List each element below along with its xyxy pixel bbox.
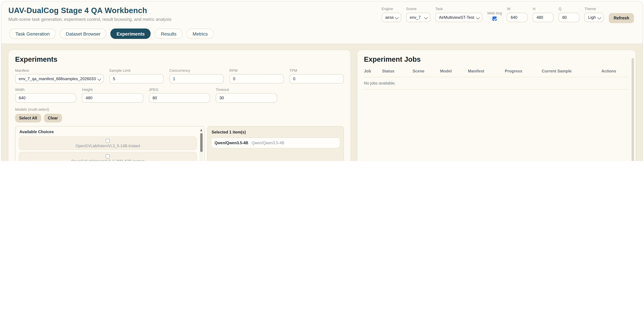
jobs-empty-text: No jobs available.: [364, 77, 629, 90]
select-all-button[interactable]: Select All: [15, 114, 41, 122]
model-option-label: OpenGVLab/InternVL3_5-14B-Instant: [76, 144, 140, 148]
quality-label: Q: [559, 7, 580, 11]
model-buttons: Select All Clear: [15, 114, 344, 122]
scrollbar[interactable]: [632, 58, 634, 161]
rpm-input[interactable]: [230, 74, 284, 84]
refresh-button[interactable]: Refresh: [609, 13, 634, 23]
width-input[interactable]: [507, 13, 528, 22]
upload-width-input[interactable]: [15, 93, 76, 103]
concurrency-input[interactable]: [169, 74, 224, 84]
scene-control: Scene env_7: [406, 7, 430, 22]
selected-models-panel: Selected 1 item(s) Qwen/Qwen3.5-4B Qwen/…: [207, 126, 344, 161]
upload-height-input[interactable]: [82, 93, 143, 103]
quality-input[interactable]: [559, 13, 580, 22]
engine-control: Engine airsim: [382, 7, 401, 22]
jpeg-input[interactable]: [149, 93, 210, 103]
task-control: Task AirMultiviewST-Test-Single: [435, 7, 482, 22]
concurrency-label: Concurrency: [169, 68, 224, 72]
manifest-field: Manifest env_7_qa_manifest_688samples_20…: [15, 68, 104, 84]
jobs-table: Job Status Scene Model Manifest Progress…: [364, 69, 629, 90]
width-control: W: [507, 7, 528, 22]
tab-experiments[interactable]: Experiments: [110, 28, 151, 39]
theme-value: Light: [588, 15, 596, 20]
experiment-form-row-1: Manifest env_7_qa_manifest_688samples_20…: [15, 68, 344, 84]
model-option[interactable]: OpenGVLab/InternVL3_5-30B-A3B-Instant: [19, 152, 197, 161]
engine-select[interactable]: airsim: [382, 13, 401, 22]
theme-label: Theme: [584, 7, 604, 11]
tpm-label: TPM: [290, 68, 344, 72]
content-area: Experiments Manifest env_7_qa_manifest_6…: [1, 44, 643, 161]
nav-tabs: Task Generation Dataset Browser Experime…: [1, 23, 643, 44]
page-subtitle: Multi-scene task generation, experiment …: [8, 17, 172, 22]
col-status: Status: [382, 69, 412, 77]
header-titles: UAV-DualCog Stage 4 QA Workbench Multi-s…: [8, 6, 172, 22]
upload-width-field: Width: [15, 88, 76, 103]
tab-results[interactable]: Results: [155, 28, 182, 39]
model-option-label: OpenGVLab/InternVL3_5-30B-A3B-Instant: [71, 159, 144, 161]
theme-control: Theme Light: [584, 7, 604, 22]
scene-value: env_7: [410, 15, 420, 20]
rpm-label: RPM: [230, 68, 284, 72]
upload-width-label: Width: [15, 88, 76, 92]
tpm-input[interactable]: [290, 74, 344, 84]
tab-task-generation[interactable]: Task Generation: [10, 28, 56, 39]
width-label: W: [507, 7, 528, 11]
task-select[interactable]: AirMultiviewST-Test-Single: [435, 13, 482, 22]
height-label: H: [533, 7, 554, 11]
upload-height-label: Height: [82, 88, 143, 92]
col-job: Job: [364, 69, 382, 77]
chevron-down-icon: [97, 77, 101, 81]
quality-control: Q: [559, 7, 580, 22]
timeout-field: Timeout: [216, 88, 277, 103]
jobs-empty-row: No jobs available.: [364, 77, 629, 90]
scroll-up-icon[interactable]: [200, 129, 202, 131]
col-progress: Progress: [505, 69, 542, 77]
sample-limit-input[interactable]: [109, 74, 164, 84]
model-option[interactable]: OpenGVLab/InternVL3_5-14B-Instant: [19, 136, 197, 150]
col-manifest: Manifest: [468, 69, 505, 77]
sample-limit-field: Sample Limit: [109, 68, 164, 84]
available-choices-panel: Available Choices OpenGVLab/InternVL3_5-…: [15, 126, 204, 161]
scene-label: Scene: [406, 7, 430, 11]
model-checkbox[interactable]: [106, 139, 110, 143]
selected-model-desc: Qwen/Qwen3.5-4B: [252, 141, 284, 145]
engine-label: Engine: [382, 7, 401, 11]
task-value: AirMultiviewST-Test-Single: [439, 15, 474, 20]
manifest-select[interactable]: env_7_qa_manifest_688samples_2026033: [15, 74, 104, 84]
selected-model-row[interactable]: Qwen/Qwen3.5-4B Qwen/Qwen3.5-4B: [211, 138, 340, 148]
experiment-jobs-card: Experiment Jobs Job Status Scene Model M…: [357, 50, 636, 161]
jpeg-label: JPEG: [149, 88, 210, 92]
web-img-label: Web Img: [487, 11, 502, 15]
timeout-label: Timeout: [216, 88, 277, 92]
height-control: H: [533, 7, 554, 22]
scrollbar-thumb[interactable]: [200, 133, 202, 152]
rpm-field: RPM: [230, 68, 284, 84]
scene-select[interactable]: env_7: [406, 13, 430, 22]
concurrency-field: Concurrency: [169, 68, 224, 84]
chevron-down-icon: [598, 16, 602, 20]
height-input[interactable]: [533, 13, 554, 22]
theme-select[interactable]: Light: [584, 13, 604, 22]
tab-metrics[interactable]: Metrics: [186, 28, 214, 39]
web-img-checkbox[interactable]: [492, 16, 497, 21]
scrollbar[interactable]: [200, 128, 203, 161]
col-current-sample: Current Sample: [542, 69, 602, 77]
model-checkbox[interactable]: [106, 154, 110, 158]
tab-dataset-browser[interactable]: Dataset Browser: [60, 28, 106, 39]
engine-value: airsim: [385, 15, 393, 20]
clear-button[interactable]: Clear: [44, 114, 62, 122]
col-scene: Scene: [412, 69, 440, 77]
timeout-input[interactable]: [216, 93, 277, 103]
sample-limit-label: Sample Limit: [109, 68, 164, 72]
chevron-down-icon: [395, 16, 399, 20]
jobs-table-header: Job Status Scene Model Manifest Progress…: [364, 69, 629, 77]
experiment-jobs-title: Experiment Jobs: [364, 55, 629, 64]
experiment-form-row-2: Width Height JPEG Timeout: [15, 88, 344, 103]
manifest-value: env_7_qa_manifest_688samples_2026033: [19, 76, 96, 81]
chevron-down-icon: [424, 16, 428, 20]
selected-title: Selected 1 item(s): [212, 130, 340, 134]
manifest-label: Manifest: [15, 68, 104, 72]
app-container: UAV-DualCog Stage 4 QA Workbench Multi-s…: [1, 1, 643, 161]
experiments-card: Experiments Manifest env_7_qa_manifest_6…: [8, 50, 351, 161]
selected-model-name: Qwen/Qwen3.5-4B: [215, 141, 248, 145]
